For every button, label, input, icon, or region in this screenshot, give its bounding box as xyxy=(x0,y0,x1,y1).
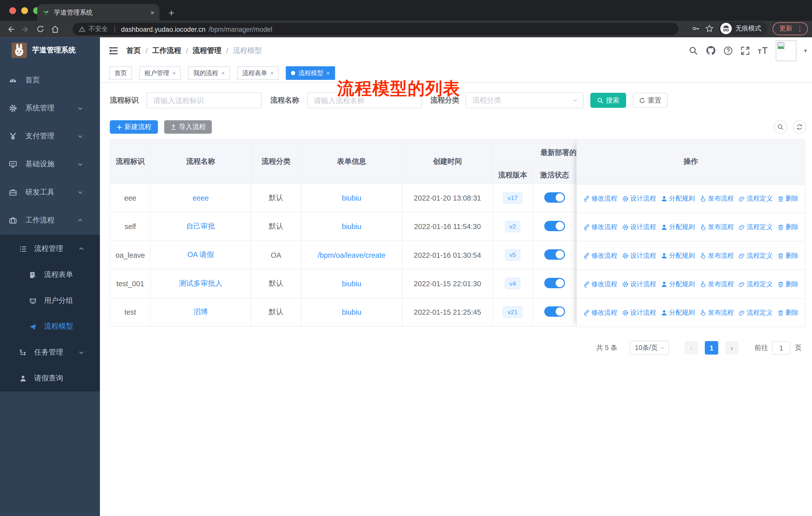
create-process-button[interactable]: 新建流程 xyxy=(110,120,158,134)
refresh-table-button[interactable] xyxy=(793,120,806,134)
action-design-link[interactable]: 设计流程 xyxy=(622,280,656,289)
action-definition-link[interactable]: 流程定义 xyxy=(738,280,773,289)
reset-button[interactable]: 重置 xyxy=(633,93,668,108)
tab-process-form[interactable]: 流程表单× xyxy=(237,66,279,80)
forward-icon[interactable] xyxy=(21,25,30,33)
sidebar-item-devtools[interactable]: 研发工具 xyxy=(0,179,100,206)
sidebar-item-infra[interactable]: 基础设施 xyxy=(0,151,100,179)
app-logo-row[interactable]: 芋道管理系统 xyxy=(0,37,100,63)
action-delete-link[interactable]: 删除 xyxy=(777,223,799,232)
filter-id-input[interactable] xyxy=(146,92,262,108)
action-assign-link[interactable]: 分配规则 xyxy=(661,251,695,260)
sidebar-item-process-form[interactable]: 流程表单 xyxy=(0,262,100,288)
collapse-sidebar-icon[interactable] xyxy=(109,46,119,55)
breadcrumb-workflow[interactable]: 工作流程 xyxy=(152,46,181,55)
action-publish-link[interactable]: 发布流程 xyxy=(700,280,734,289)
model-name-link[interactable]: OA 请假 xyxy=(187,250,214,259)
browser-tab[interactable]: 芋道管理系统 × xyxy=(37,4,160,21)
close-icon[interactable]: × xyxy=(270,70,273,76)
help-icon[interactable] xyxy=(723,46,733,55)
url-bar[interactable]: 不安全 dashboard.yudao.iocoder.cn/bpm/manag… xyxy=(72,23,678,35)
sidebar-item-workflow[interactable]: 工作流程 xyxy=(0,206,100,234)
prev-page-button[interactable]: ‹ xyxy=(685,341,698,354)
action-definition-link[interactable]: 流程定义 xyxy=(738,194,773,203)
browser-menu-icon[interactable]: ⋮ xyxy=(796,25,803,32)
import-process-button[interactable]: 导入流程 xyxy=(164,120,212,134)
update-button[interactable]: 更新 ⋮ xyxy=(773,22,808,35)
version-tag[interactable]: v5 xyxy=(505,249,521,261)
traffic-light-minimize[interactable] xyxy=(21,7,28,14)
action-edit-link[interactable]: 修改流程 xyxy=(583,251,617,260)
new-tab-button[interactable]: ＋ xyxy=(167,6,176,19)
action-edit-link[interactable]: 修改流程 xyxy=(583,308,617,317)
font-size-icon[interactable] xyxy=(758,46,768,55)
sidebar-item-task-manage[interactable]: 任务管理 xyxy=(0,340,100,365)
active-toggle[interactable] xyxy=(544,249,565,260)
fullscreen-icon[interactable] xyxy=(741,46,750,55)
action-assign-link[interactable]: 分配规则 xyxy=(661,194,695,203)
action-design-link[interactable]: 设计流程 xyxy=(622,251,656,260)
action-delete-link[interactable]: 删除 xyxy=(777,251,799,260)
sidebar-item-process-manage[interactable]: 流程管理 xyxy=(0,236,100,262)
model-name-link[interactable]: eeee xyxy=(193,194,209,202)
sidebar-item-process-model[interactable]: 流程模型 xyxy=(0,314,100,340)
active-toggle[interactable] xyxy=(544,306,565,317)
action-assign-link[interactable]: 分配规则 xyxy=(661,223,695,232)
version-tag[interactable]: v2 xyxy=(505,221,521,232)
version-tag[interactable]: v17 xyxy=(503,192,522,203)
page-size-select[interactable]: 10条/页 xyxy=(630,341,669,355)
goto-page-input[interactable] xyxy=(772,341,790,354)
close-icon[interactable]: × xyxy=(326,70,330,76)
action-design-link[interactable]: 设计流程 xyxy=(622,223,656,232)
close-icon[interactable]: × xyxy=(221,70,225,76)
home-icon[interactable] xyxy=(51,25,60,33)
avatar-caret-icon[interactable]: ▾ xyxy=(804,48,807,53)
action-definition-link[interactable]: 流程定义 xyxy=(738,223,773,232)
back-icon[interactable] xyxy=(6,25,15,33)
action-publish-link[interactable]: 发布流程 xyxy=(700,194,734,203)
tab-tenant[interactable]: 租户管理× xyxy=(139,66,181,80)
active-toggle[interactable] xyxy=(544,192,565,202)
model-name-link[interactable]: 测试多审批人 xyxy=(179,279,223,287)
action-delete-link[interactable]: 删除 xyxy=(777,280,799,289)
tab-close-icon[interactable]: × xyxy=(150,8,154,17)
key-icon[interactable] xyxy=(692,24,700,33)
breadcrumb-process-manage[interactable]: 流程管理 xyxy=(193,46,222,55)
form-info-link[interactable]: biubiu xyxy=(342,222,361,231)
sidebar-item-user-group[interactable]: 用户分组 xyxy=(0,288,100,314)
traffic-light-close[interactable] xyxy=(9,7,16,14)
version-tag[interactable]: v21 xyxy=(503,306,522,318)
tab-home[interactable]: 首页 xyxy=(109,66,132,80)
action-publish-link[interactable]: 发布流程 xyxy=(700,251,734,260)
active-toggle[interactable] xyxy=(544,278,565,288)
action-delete-link[interactable]: 删除 xyxy=(777,194,799,203)
breadcrumb-home[interactable]: 首页 xyxy=(126,46,141,55)
action-design-link[interactable]: 设计流程 xyxy=(622,308,656,317)
next-page-button[interactable]: › xyxy=(725,341,738,354)
sidebar-item-home[interactable]: 首页 xyxy=(0,66,100,94)
active-toggle[interactable] xyxy=(544,220,565,231)
form-info-link[interactable]: biubiu xyxy=(342,279,361,288)
tab-my-process[interactable]: 我的流程× xyxy=(188,66,230,80)
hide-search-button[interactable] xyxy=(774,120,787,134)
action-publish-link[interactable]: 发布流程 xyxy=(700,223,734,232)
form-info-link[interactable]: biubiu xyxy=(342,194,361,202)
action-definition-link[interactable]: 流程定义 xyxy=(738,251,773,260)
action-design-link[interactable]: 设计流程 xyxy=(622,194,656,203)
action-edit-link[interactable]: 修改流程 xyxy=(583,194,617,203)
form-info-link[interactable]: biubiu xyxy=(342,308,361,316)
close-icon[interactable]: × xyxy=(172,70,176,76)
form-info-link[interactable]: /bpm/oa/leave/create xyxy=(318,251,385,259)
filter-category-select[interactable]: 流程分类 xyxy=(466,92,584,108)
action-edit-link[interactable]: 修改流程 xyxy=(583,223,617,232)
version-tag[interactable]: v4 xyxy=(505,278,521,289)
current-page[interactable]: 1 xyxy=(705,341,718,354)
sidebar-item-leave-query[interactable]: 请假查询 xyxy=(0,365,100,391)
sidebar-item-system[interactable]: 系统管理 xyxy=(0,94,100,122)
action-delete-link[interactable]: 删除 xyxy=(777,308,799,317)
sidebar-item-pay[interactable]: 支付管理 xyxy=(0,123,100,151)
action-assign-link[interactable]: 分配规则 xyxy=(661,308,695,317)
action-definition-link[interactable]: 流程定义 xyxy=(738,308,773,317)
search-button[interactable]: 搜索 xyxy=(590,93,626,108)
bookmark-star-icon[interactable] xyxy=(705,24,714,33)
